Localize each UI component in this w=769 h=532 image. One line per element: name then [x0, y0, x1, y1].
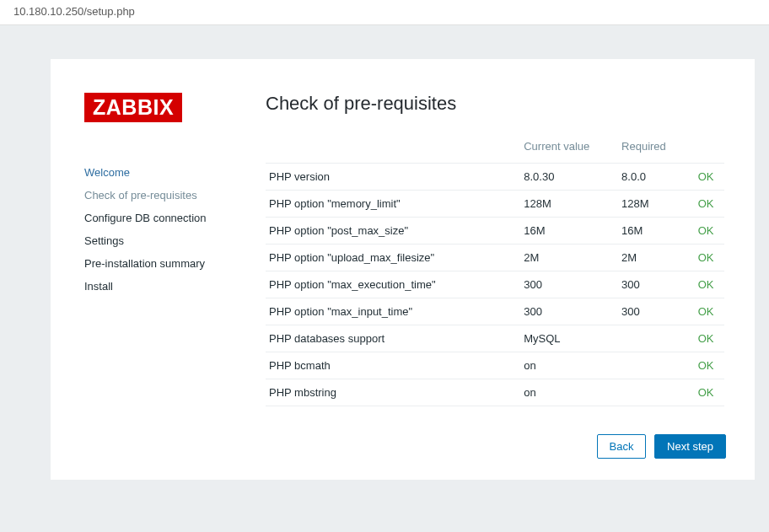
table-row: PHP mbstringonOK — [266, 379, 724, 406]
nav-item-1[interactable]: Check of pre-requisites — [84, 184, 266, 207]
cell-name: PHP version — [266, 164, 520, 191]
cell-status: OK — [695, 379, 724, 406]
cell-name: PHP mbstring — [266, 379, 520, 406]
cell-required: off — [618, 406, 695, 416]
nav-item-2[interactable]: Configure DB connection — [84, 207, 266, 229]
address-bar[interactable]: 10.180.10.250/setup.php — [0, 0, 769, 25]
table-row: PHP option "upload_max_filesize"2M2MOK — [266, 245, 724, 271]
next-step-button[interactable]: Next step — [654, 434, 726, 459]
cell-name: PHP option "max_input_time" — [266, 298, 520, 325]
cell-required: 300 — [618, 298, 695, 325]
cell-required — [618, 379, 695, 406]
cell-required — [618, 325, 695, 352]
col-header-required: Required — [618, 133, 695, 164]
cell-name: PHP option "mbstring.func_overload" — [266, 406, 520, 416]
cell-current: 128M — [520, 191, 618, 218]
cell-current: off — [520, 406, 618, 416]
cell-status: OK — [695, 271, 724, 298]
cell-status: OK — [695, 164, 724, 191]
table-row: PHP option "post_max_size"16M16MOK — [266, 218, 724, 245]
cell-status: OK — [695, 191, 724, 218]
cell-current: 2M — [520, 245, 618, 271]
table-row: PHP option "max_input_time"300300OK — [266, 298, 724, 325]
cell-current: 16M — [520, 218, 618, 245]
cell-current: 8.0.30 — [520, 164, 618, 191]
cell-name: PHP databases support — [266, 325, 520, 352]
main: Check of pre-requisites Current value Re… — [266, 93, 729, 459]
table-row: PHP databases supportMySQLOK — [266, 325, 724, 352]
cell-required: 16M — [618, 218, 695, 245]
table-row: PHP option "memory_limit"128M128MOK — [266, 191, 724, 218]
back-button[interactable]: Back — [597, 434, 647, 459]
cell-name: PHP option "upload_max_filesize" — [266, 245, 520, 271]
table-row: PHP bcmathonOK — [266, 352, 724, 379]
table-row: PHP option "max_execution_time"300300OK — [266, 271, 724, 298]
cell-name: PHP option "post_max_size" — [266, 218, 520, 245]
cell-required: 2M — [618, 245, 695, 271]
logo: ZABBIX — [84, 93, 182, 122]
footer: Back Next step — [266, 434, 729, 459]
requisites-table: Current value Required PHP version8.0.30… — [266, 133, 724, 416]
cell-status: OK — [695, 218, 724, 245]
page-title: Check of pre-requisites — [266, 93, 729, 115]
nav-item-3[interactable]: Settings — [84, 229, 266, 252]
cell-status: OK — [695, 406, 724, 416]
cell-name: PHP bcmath — [266, 352, 520, 379]
cell-name: PHP option "max_execution_time" — [266, 271, 520, 298]
cell-status: OK — [695, 245, 724, 271]
nav-item-4[interactable]: Pre-installation summary — [84, 252, 266, 275]
col-header-name — [266, 133, 520, 164]
nav: WelcomeCheck of pre-requisitesConfigure … — [51, 161, 266, 298]
table-row: PHP option "mbstring.func_overload"offof… — [266, 406, 724, 416]
cell-status: OK — [695, 325, 724, 352]
cell-required: 300 — [618, 271, 695, 298]
cell-current: on — [520, 352, 618, 379]
nav-item-5[interactable]: Install — [84, 275, 266, 298]
cell-current: 300 — [520, 298, 618, 325]
cell-required: 128M — [618, 191, 695, 218]
cell-required — [618, 352, 695, 379]
page-wrap: ZABBIX WelcomeCheck of pre-requisitesCon… — [0, 25, 769, 480]
url-text: 10.180.10.250/setup.php — [13, 5, 135, 18]
table-row: PHP version8.0.308.0.0OK — [266, 164, 724, 191]
nav-item-0[interactable]: Welcome — [84, 161, 266, 184]
requisites-scroll[interactable]: Current value Required PHP version8.0.30… — [266, 133, 729, 416]
setup-card: ZABBIX WelcomeCheck of pre-requisitesCon… — [51, 59, 755, 480]
cell-required: 8.0.0 — [618, 164, 695, 191]
cell-current: on — [520, 379, 618, 406]
col-header-current: Current value — [520, 133, 618, 164]
cell-status: OK — [695, 352, 724, 379]
sidebar: ZABBIX WelcomeCheck of pre-requisitesCon… — [51, 93, 266, 459]
cell-current: 300 — [520, 271, 618, 298]
cell-status: OK — [695, 298, 724, 325]
col-header-status — [695, 133, 724, 164]
cell-current: MySQL — [520, 325, 618, 352]
cell-name: PHP option "memory_limit" — [266, 191, 520, 218]
